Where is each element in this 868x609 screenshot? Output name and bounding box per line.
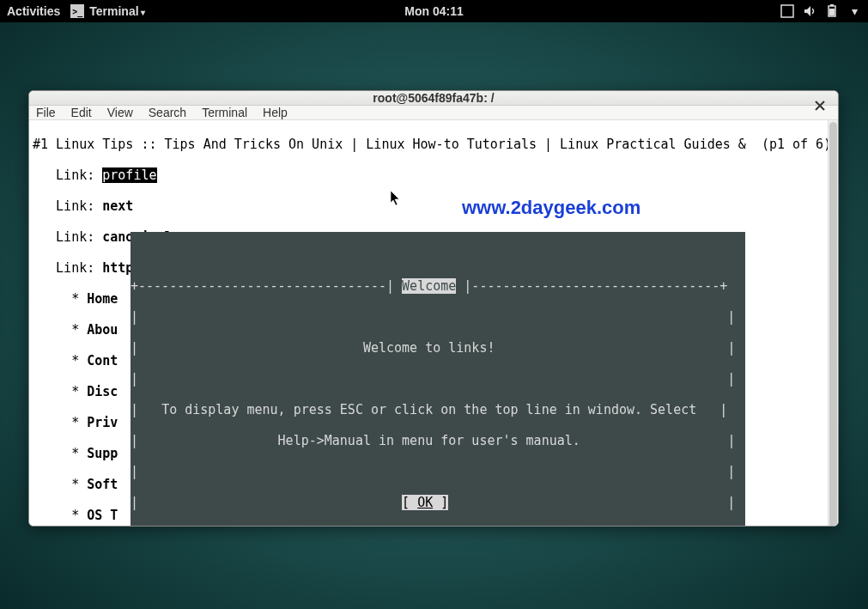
nav-item[interactable]: Supp xyxy=(87,446,118,461)
nav-item[interactable]: Home xyxy=(87,291,118,307)
system-tray: ▾ xyxy=(780,4,861,18)
svg-rect-2 xyxy=(830,4,834,6)
menu-terminal[interactable]: Terminal xyxy=(202,106,247,119)
accessibility-icon[interactable] xyxy=(780,4,794,18)
link-profile[interactable]: profile xyxy=(102,167,156,183)
system-menu-caret-icon[interactable]: ▾ xyxy=(847,4,861,18)
menu-file[interactable]: File xyxy=(36,106,56,119)
menu-help[interactable]: Help xyxy=(263,106,288,119)
gnome-topbar: Activities >_ Terminal Mon 04:11 ▾ xyxy=(0,0,868,22)
menu-view[interactable]: View xyxy=(107,106,133,119)
scrollbar-thumb[interactable] xyxy=(829,122,837,527)
dialog-line1: Welcome to links! xyxy=(363,340,495,356)
menu-edit[interactable]: Edit xyxy=(71,106,92,119)
nav-item[interactable]: Disc xyxy=(87,384,118,399)
terminal-menubar: File Edit View Search Terminal Help xyxy=(29,106,838,120)
topbar-left: Activities >_ Terminal xyxy=(7,4,145,18)
nav-item[interactable]: Priv xyxy=(87,415,118,430)
link-label: Link: xyxy=(56,260,94,276)
dialog-line3: Help->Manual in menu for user's manual. xyxy=(278,433,580,448)
nav-item[interactable]: Soft xyxy=(87,477,118,492)
page-heading: #1 Linux Tips :: Tips And Tricks On Unix… xyxy=(33,137,746,152)
dialog-title: Welcome xyxy=(402,278,456,294)
link-label: Link: xyxy=(56,198,94,214)
menu-search[interactable]: Search xyxy=(149,106,186,119)
app-menu[interactable]: >_ Terminal xyxy=(70,4,145,18)
window-titlebar[interactable]: root@5064f89fa47b: / xyxy=(29,91,838,106)
close-button[interactable] xyxy=(810,96,829,115)
clock[interactable]: Mon 04:11 xyxy=(404,4,463,18)
svg-rect-3 xyxy=(829,9,835,15)
link-label: Link: xyxy=(56,167,94,183)
window-title: root@5064f89fa47b: / xyxy=(373,91,494,105)
volume-icon[interactable] xyxy=(803,4,816,18)
terminal-content[interactable]: #1 Linux Tips :: Tips And Tricks On Unix… xyxy=(29,120,838,527)
page-position: (p1 of 6) xyxy=(762,137,831,152)
link-label: Link: xyxy=(56,229,94,245)
activities-button[interactable]: Activities xyxy=(7,4,60,18)
terminal-icon: >_ xyxy=(70,4,84,18)
terminal-window: root@5064f89fa47b: / File Edit View Sear… xyxy=(28,90,839,527)
scrollbar[interactable] xyxy=(828,120,838,527)
nav-item[interactable]: Abou xyxy=(87,322,118,338)
dialog-line2: To display menu, press ESC or click on t… xyxy=(161,402,696,417)
nav-item[interactable]: Cont xyxy=(87,353,118,368)
link-next[interactable]: next xyxy=(102,198,133,214)
nav-item[interactable]: OS T xyxy=(87,508,118,523)
dialog-ok-button[interactable]: [ OK ] xyxy=(402,495,448,510)
links-welcome-dialog: +--------------------------------| Welco… xyxy=(131,232,745,527)
watermark-url: www.2daygeek.com xyxy=(462,197,640,219)
battery-icon[interactable] xyxy=(825,4,839,18)
svg-rect-0 xyxy=(781,5,793,17)
app-menu-label: Terminal xyxy=(89,4,145,18)
